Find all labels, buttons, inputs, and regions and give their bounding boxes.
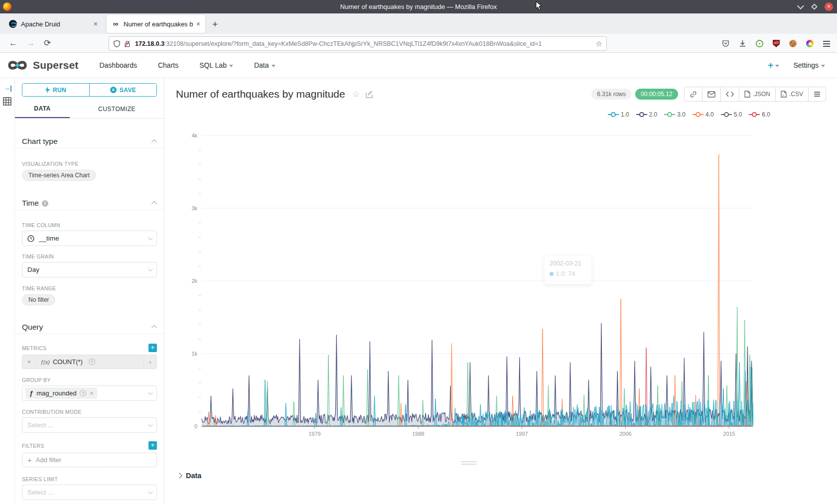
legend-marker-icon [693, 112, 703, 117]
reload-button[interactable]: ⟳ [44, 38, 51, 48]
data-panel-toggle[interactable]: Data [177, 472, 201, 480]
series-limit-select[interactable]: Select ... [22, 485, 157, 500]
browser-menu-icon[interactable] [823, 41, 830, 47]
legend-item-4.0[interactable]: 4.0 [693, 111, 714, 118]
superset-navbar: Superset Dashboards Charts SQL Lab Data … [0, 53, 837, 78]
tab-apache-druid[interactable]: Apache Druid × [4, 15, 103, 33]
export-json-button[interactable]: .JSON [739, 87, 775, 101]
chevron-down-icon [148, 266, 153, 271]
time-range-pill[interactable]: No filter [22, 294, 55, 305]
nav-sql-lab[interactable]: SQL Lab [199, 61, 233, 69]
superset-logo[interactable]: Superset [6, 58, 78, 73]
filters-label: FILTERS + [22, 441, 157, 450]
svg-text:0: 0 [194, 423, 197, 429]
legend-label: 3.0 [677, 111, 686, 118]
run-button[interactable]: RUN [22, 84, 89, 96]
add-filter-button[interactable]: + [148, 441, 157, 450]
tab-data[interactable]: DATA [15, 100, 70, 118]
download-icon[interactable] [739, 40, 746, 47]
group-by-select[interactable]: ƒ mag_rounded ? × [22, 385, 157, 401]
chevron-right-icon[interactable]: › [143, 358, 156, 366]
chevron-down-icon [821, 65, 825, 67]
pane-resize-handle[interactable] [461, 461, 477, 466]
legend-marker-icon [664, 112, 675, 117]
section-time[interactable]: Time i [22, 197, 157, 210]
url-text[interactable]: 172.18.0.3:32108/superset/explore/?form_… [135, 40, 593, 47]
save-button[interactable]: + SAVE [89, 84, 156, 96]
back-button[interactable]: ← [9, 38, 17, 48]
legend-marker-icon [608, 112, 619, 117]
window-title: Numer of earthquakes by magnitude — Mozi… [0, 3, 837, 10]
section-query[interactable]: Query [22, 321, 157, 334]
tab-close-icon[interactable]: × [196, 20, 200, 28]
bookmark-star-icon[interactable]: ☆ [596, 39, 602, 48]
legend-label: 2.0 [649, 111, 658, 118]
section-chart-type[interactable]: Chart type [22, 135, 157, 148]
tab-earthquakes-active[interactable]: ∞ Numer of earthquakes by × [107, 15, 205, 33]
dataset-grid-icon[interactable] [3, 97, 11, 106]
time-grain-select[interactable]: Day [22, 262, 157, 277]
group-by-pill[interactable]: ƒ mag_rounded ? × [25, 387, 97, 399]
email-button[interactable] [702, 87, 720, 101]
svg-text:4k: 4k [191, 132, 197, 138]
nav-dashboards[interactable]: Dashboards [99, 61, 137, 69]
edit-title-icon[interactable] [366, 91, 373, 98]
forward-button[interactable]: → [26, 38, 35, 48]
expand-datasource-icon[interactable]: →| [3, 84, 12, 92]
new-tab-button[interactable]: + [212, 19, 218, 30]
tab-strip: Apache Druid × ∞ Numer of earthquakes by… [0, 13, 837, 34]
pocket-icon[interactable] [722, 40, 729, 47]
tab-close-icon[interactable]: × [94, 20, 98, 28]
chart-menu-button[interactable] [808, 87, 826, 101]
export-csv-button[interactable]: x .CSV [775, 87, 808, 101]
embed-code-button[interactable] [720, 87, 739, 101]
code-icon [726, 91, 734, 97]
svg-text:2k: 2k [191, 278, 197, 284]
legend-item-3.0[interactable]: 3.0 [664, 111, 686, 118]
chevron-down-icon [148, 422, 153, 427]
help-icon: ? [80, 390, 86, 396]
legend-item-2.0[interactable]: 2.0 [636, 111, 658, 118]
cookie-extension-icon[interactable] [789, 40, 797, 47]
add-filter-dropzone[interactable]: +Add filter [22, 453, 157, 467]
color-wheel-extension-icon[interactable] [806, 40, 814, 47]
metric-count-pill[interactable]: × ƒ(x) COUNT(*) ? › [22, 355, 157, 369]
window-close-icon[interactable]: × [825, 2, 833, 11]
time-grain-label: TIME GRAIN [22, 253, 157, 259]
lock-insecure-icon[interactable] [124, 40, 131, 48]
tab-customize[interactable]: CUSTOMIZE [70, 100, 164, 118]
chevron-up-icon [151, 139, 157, 145]
chevron-down-icon [272, 65, 276, 67]
privacy-badger-icon[interactable] [756, 40, 763, 47]
timeseries-area-chart[interactable]: 01k2k3k4k19791988199720062015 [169, 122, 787, 446]
time-column-label: TIME COLUMN [22, 222, 157, 228]
ublock-icon[interactable]: uO [773, 40, 780, 47]
add-new-button[interactable]: + [768, 60, 779, 71]
group-by-label: GROUP BY [22, 377, 157, 383]
file-icon: x [781, 91, 787, 98]
contribution-mode-select[interactable]: Select ... [22, 417, 157, 433]
chart-legend: 1.02.03.04.05.06.0 [608, 111, 770, 118]
legend-item-6.0[interactable]: 6.0 [749, 111, 770, 118]
legend-item-5.0[interactable]: 5.0 [721, 111, 742, 118]
legend-item-1.0[interactable]: 1.0 [608, 111, 629, 118]
shield-icon[interactable] [113, 40, 121, 48]
copy-link-button[interactable] [685, 87, 702, 101]
time-column-select[interactable]: __time [22, 231, 157, 246]
viz-type-pill[interactable]: Time-series Area Chart [22, 170, 96, 181]
query-timer-badge: 00:00:05.12 [635, 89, 678, 100]
remove-metric-icon[interactable]: × [22, 358, 36, 366]
plus-circle-icon: + [110, 87, 117, 93]
chevron-right-icon [176, 473, 182, 478]
nav-settings[interactable]: Settings [793, 61, 825, 69]
add-metric-button[interactable]: + [148, 344, 157, 352]
remove-groupby-icon[interactable]: × [90, 390, 93, 397]
svg-text:2015: 2015 [723, 431, 735, 437]
favorite-star-icon[interactable]: ☆ [352, 89, 360, 100]
nav-charts[interactable]: Charts [158, 61, 178, 69]
legend-marker-icon [749, 112, 760, 117]
nav-data[interactable]: Data [254, 61, 276, 69]
url-bar[interactable]: 172.18.0.3:32108/superset/explore/?form_… [109, 36, 607, 51]
info-icon: i [42, 200, 48, 207]
window-maximize-icon[interactable] [811, 3, 818, 10]
